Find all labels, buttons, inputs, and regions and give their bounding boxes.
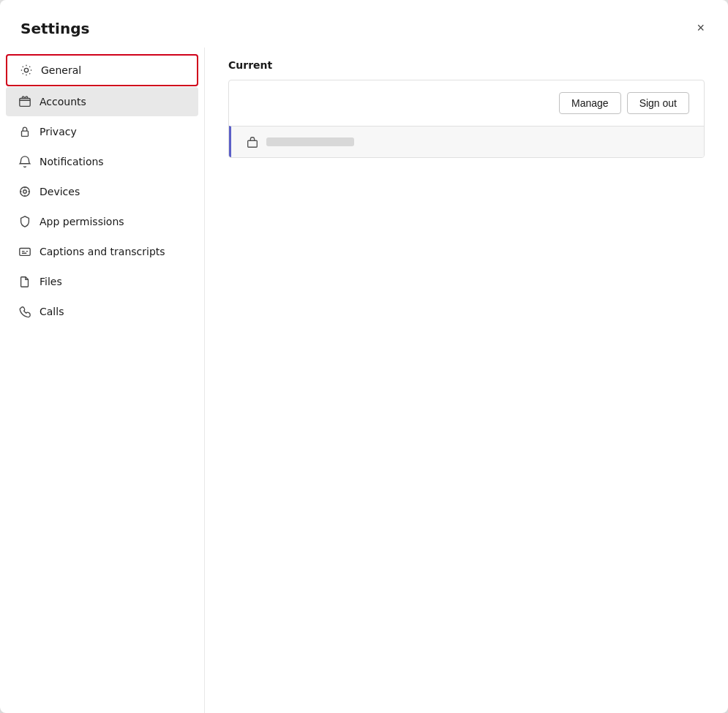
svg-point-0 [24, 68, 28, 72]
sidebar-item-app-permissions-label: App permissions [40, 216, 124, 227]
sidebar-item-captions[interactable]: Captions and transcripts [6, 237, 198, 266]
sign-out-button[interactable]: Sign out [627, 92, 689, 114]
gear-icon [19, 63, 34, 78]
sidebar-item-privacy[interactable]: Privacy [6, 117, 198, 146]
dialog-header: Settings × [0, 0, 728, 48]
account-name-placeholder [266, 137, 354, 146]
section-title: Current [228, 59, 705, 71]
svg-rect-1 [20, 99, 30, 107]
svg-rect-6 [248, 140, 258, 147]
svg-point-4 [23, 190, 27, 194]
sidebar-item-calls-label: Calls [40, 306, 64, 317]
main-content: Current Manage Sign out [205, 48, 728, 713]
sidebar-item-devices[interactable]: Devices [6, 177, 198, 206]
manage-button[interactable]: Manage [559, 92, 621, 114]
sidebar-item-notifications-label: Notifications [40, 156, 104, 167]
sidebar-item-files[interactable]: Files [6, 267, 198, 296]
calls-icon [18, 304, 32, 319]
sidebar-item-calls[interactable]: Calls [6, 297, 198, 326]
svg-point-3 [20, 187, 30, 197]
svg-rect-2 [22, 131, 29, 136]
account-card-top: Manage Sign out [229, 80, 704, 126]
sidebar-item-devices-label: Devices [40, 186, 80, 197]
sidebar-item-app-permissions[interactable]: App permissions [6, 207, 198, 236]
privacy-icon [18, 124, 32, 139]
account-card-bottom [229, 126, 704, 157]
sidebar-item-captions-label: Captions and transcripts [40, 246, 165, 257]
settings-dialog: Settings × General [0, 0, 728, 713]
sidebar-item-general-label: General [41, 64, 81, 76]
dialog-title: Settings [20, 20, 89, 37]
sidebar: General Accounts [0, 48, 205, 713]
devices-icon [18, 184, 32, 199]
sidebar-item-accounts-label: Accounts [40, 96, 86, 107]
sidebar-item-accounts[interactable]: Accounts [6, 87, 198, 116]
notifications-icon [18, 154, 32, 169]
dialog-body: General Accounts [0, 48, 728, 713]
sidebar-item-notifications[interactable]: Notifications [6, 147, 198, 176]
app-permissions-icon [18, 214, 32, 229]
sidebar-item-files-label: Files [40, 276, 62, 287]
accounts-icon [18, 94, 32, 109]
sidebar-item-privacy-label: Privacy [40, 126, 77, 137]
svg-rect-5 [20, 249, 30, 256]
files-icon [18, 274, 32, 289]
account-card: Manage Sign out [228, 80, 705, 158]
close-button[interactable]: × [694, 18, 708, 39]
captions-icon [18, 244, 32, 259]
account-work-icon [246, 135, 259, 148]
sidebar-item-general[interactable]: General [6, 54, 198, 86]
